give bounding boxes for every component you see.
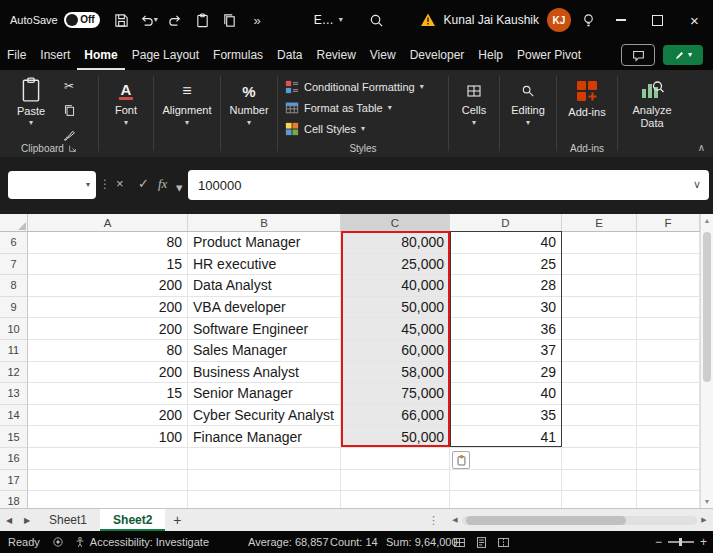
cell-E14[interactable] [562, 405, 637, 427]
page-layout-view-button[interactable] [470, 531, 492, 553]
select-all-corner[interactable] [0, 214, 28, 231]
cell-E13[interactable] [562, 383, 637, 405]
cell-A9[interactable]: 200 [28, 297, 188, 319]
cell-A16[interactable] [28, 448, 188, 470]
cell-A14[interactable]: 200 [28, 405, 188, 427]
cell-F14[interactable] [637, 405, 700, 427]
row-header-7[interactable]: 7 [0, 254, 28, 276]
cell-D7[interactable]: 25 [450, 254, 562, 276]
row-header-15[interactable]: 15 [0, 426, 28, 448]
row-header-16[interactable]: 16 [0, 448, 28, 470]
cell-A17[interactable] [28, 470, 188, 492]
ribbon-tab-insert[interactable]: Insert [33, 40, 77, 70]
cell-F13[interactable] [637, 383, 700, 405]
sheet-tab-sheet1[interactable]: Sheet1 [36, 509, 100, 531]
cell-F11[interactable] [637, 340, 700, 362]
column-header-A[interactable]: A [28, 214, 188, 231]
cell-E10[interactable] [562, 318, 637, 340]
cell-B18[interactable] [188, 491, 341, 508]
cell-B15[interactable]: Finance Manager [188, 426, 341, 448]
addins-button-label[interactable]: Add-ins [568, 106, 605, 118]
cell-D11[interactable]: 37 [450, 340, 562, 362]
horizontal-scroll-thumb[interactable] [466, 516, 626, 525]
cell-A8[interactable]: 200 [28, 275, 188, 297]
add-sheet-button[interactable]: + [165, 509, 189, 531]
hscroll-left-arrow[interactable]: ◀ [448, 516, 462, 524]
row-header-17[interactable]: 17 [0, 470, 28, 492]
cell-F15[interactable] [637, 426, 700, 448]
ribbon-tab-review[interactable]: Review [309, 40, 362, 70]
cell-F16[interactable] [637, 448, 700, 470]
sheet-nav-right[interactable]: ▶ [18, 509, 36, 531]
cell-A13[interactable]: 15 [28, 383, 188, 405]
column-header-C[interactable]: C [341, 214, 450, 231]
cell-F10[interactable] [637, 318, 700, 340]
editing-group-button[interactable]: Editing ▾ [502, 70, 554, 157]
name-box[interactable]: ▾ [8, 171, 96, 199]
collapse-ribbon-chevron[interactable]: ∧ [698, 142, 705, 153]
paste-dropdown-caret[interactable]: ▾ [29, 119, 33, 127]
row-header-8[interactable]: 8 [0, 275, 28, 297]
cell-A6[interactable]: 80 [28, 232, 188, 254]
avatar[interactable]: KJ [547, 8, 571, 32]
format-painter-button[interactable] [60, 126, 78, 142]
cell-E8[interactable] [562, 275, 637, 297]
ribbon-tab-page-layout[interactable]: Page Layout [125, 40, 206, 70]
ribbon-tab-file[interactable]: File [0, 40, 33, 70]
cell-B7[interactable]: HR executive [188, 254, 341, 276]
cell-E15[interactable] [562, 426, 637, 448]
close-button[interactable]: × [676, 0, 713, 40]
hscroll-track[interactable] [462, 516, 697, 525]
cell-A18[interactable] [28, 491, 188, 508]
zoom-in-button[interactable]: + [700, 535, 707, 549]
cell-D6[interactable]: 40 [450, 232, 562, 254]
name-box-caret[interactable]: ▾ [86, 181, 90, 189]
format-as-table-button[interactable]: Format as Table ▾ [280, 97, 446, 118]
vertical-scrollbar[interactable]: ▲ ▼ [700, 214, 713, 508]
autosave-toggle[interactable]: AutoSave Off [10, 12, 100, 28]
cell-D18[interactable] [450, 491, 562, 508]
sheet-tab-sheet2[interactable]: Sheet2 [100, 509, 165, 531]
vertical-scroll-thumb[interactable] [703, 232, 711, 382]
cell-C7[interactable]: 25,000 [341, 254, 450, 276]
row-header-9[interactable]: 9 [0, 297, 28, 319]
cell-E11[interactable] [562, 340, 637, 362]
fx-caret[interactable]: ▾ [176, 181, 183, 194]
warning-icon[interactable] [420, 12, 436, 28]
cell-A7[interactable]: 15 [28, 254, 188, 276]
cell-B17[interactable] [188, 470, 341, 492]
clipboard-dialog-launcher-icon[interactable] [68, 144, 77, 153]
cell-D15[interactable]: 41 [450, 426, 562, 448]
column-header-F[interactable]: F [637, 214, 700, 231]
zoom-slider-thumb[interactable] [679, 538, 682, 546]
cell-C17[interactable] [341, 470, 450, 492]
cell-B12[interactable]: Business Analyst [188, 362, 341, 384]
cell-D14[interactable]: 35 [450, 405, 562, 427]
cell-C15[interactable]: 50,000 [341, 426, 450, 448]
page-break-view-button[interactable] [492, 531, 514, 553]
cell-B11[interactable]: Sales Manager [188, 340, 341, 362]
cell-C11[interactable]: 60,000 [341, 340, 450, 362]
enter-button[interactable]: ✓ [138, 176, 149, 191]
cell-E12[interactable] [562, 362, 637, 384]
number-group-button[interactable]: % Number ▾ [223, 70, 275, 157]
ribbon-tab-formulas[interactable]: Formulas [206, 40, 270, 70]
ideas-button[interactable] [575, 5, 602, 35]
cell-F18[interactable] [637, 491, 700, 508]
cell-A12[interactable]: 200 [28, 362, 188, 384]
copy-button[interactable] [60, 102, 78, 118]
row-header-12[interactable]: 12 [0, 362, 28, 384]
scroll-up-arrow[interactable]: ▲ [701, 214, 713, 227]
cell-E18[interactable] [562, 491, 637, 508]
row-header-10[interactable]: 10 [0, 318, 28, 340]
ribbon-tab-home[interactable]: Home [77, 40, 124, 70]
column-header-E[interactable]: E [562, 214, 637, 231]
cell-F9[interactable] [637, 297, 700, 319]
cell-D17[interactable] [450, 470, 562, 492]
account-area[interactable]: Kunal Jai Kaushik KJ [420, 8, 571, 32]
scroll-down-arrow[interactable]: ▼ [701, 495, 713, 508]
sheet-nav-left[interactable]: ◀ [0, 509, 18, 531]
hscroll-right-arrow[interactable]: ▶ [697, 516, 711, 524]
cancel-button[interactable]: × [116, 176, 124, 191]
cell-B6[interactable]: Product Manager [188, 232, 341, 254]
